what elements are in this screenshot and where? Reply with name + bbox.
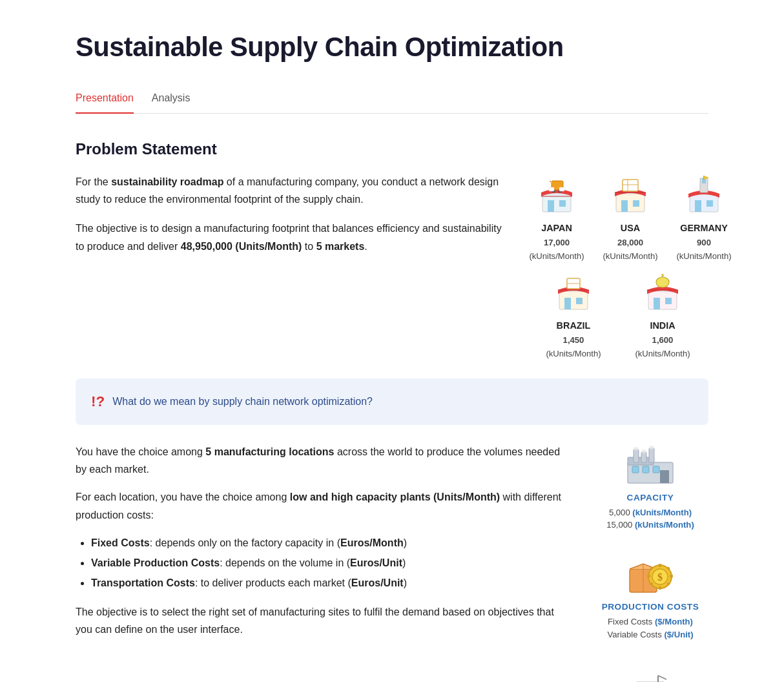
svg-rect-24 bbox=[559, 291, 588, 309]
capacity-body: 5,000 (kUnits/Month) 15,000 (kUnits/Mont… bbox=[606, 506, 694, 532]
svg-point-34 bbox=[656, 277, 669, 287]
problem-text-col: For the sustainability roadmap of a manu… bbox=[76, 173, 502, 360]
markets-grid: JAPAN 17,000 (kUnits/Month) bbox=[528, 173, 708, 360]
svg-rect-14 bbox=[623, 180, 638, 191]
capacity-title: CAPACITY bbox=[627, 491, 674, 505]
cost-item-variable: Variable Production Costs: depends on th… bbox=[91, 554, 566, 572]
svg-rect-10 bbox=[616, 194, 645, 212]
brazil-icon bbox=[552, 271, 595, 315]
svg-rect-39 bbox=[634, 450, 639, 462]
japan-icon bbox=[535, 173, 579, 217]
svg-point-36 bbox=[661, 274, 664, 276]
capacity-card: CAPACITY 5,000 (kUnits/Month) 15,000 (kU… bbox=[606, 443, 694, 532]
problem-statement-title: Problem Statement bbox=[76, 137, 708, 161]
svg-rect-11 bbox=[621, 200, 628, 212]
production-costs-title: PRODUCTION COSTS bbox=[602, 600, 699, 614]
page-title: Sustainable Supply Chain Optimization bbox=[76, 26, 708, 69]
germany-icon bbox=[682, 173, 726, 217]
svg-rect-41 bbox=[649, 448, 654, 462]
svg-rect-1 bbox=[548, 200, 554, 212]
germany-volume: 900 bbox=[697, 236, 711, 249]
svg-text:$: $ bbox=[657, 572, 663, 583]
svg-point-43 bbox=[641, 450, 646, 453]
svg-point-44 bbox=[649, 446, 654, 450]
usa-volume: 28,000 bbox=[617, 236, 643, 249]
svg-rect-30 bbox=[648, 291, 677, 309]
usa-icon bbox=[608, 173, 652, 217]
market-usa: USA 28,000 (kUnits/Month) bbox=[601, 173, 659, 263]
units-bold: 48,950,000 (Units/Month) bbox=[181, 241, 302, 252]
markets-bold: 5 markets bbox=[316, 241, 365, 252]
svg-rect-31 bbox=[654, 298, 660, 309]
svg-rect-47 bbox=[653, 466, 659, 473]
freight-costs-icon bbox=[624, 661, 676, 682]
market-japan: JAPAN 17,000 (kUnits/Month) bbox=[528, 173, 586, 263]
production-costs-card: $ PRODUCTION COSTS Fixed Costs ($/Mo bbox=[602, 552, 699, 641]
section2: You have the choice among 5 manufacturin… bbox=[76, 443, 708, 682]
svg-rect-57 bbox=[670, 575, 673, 577]
usa-name: USA bbox=[621, 221, 640, 236]
germany-unit: (kUnits/Month) bbox=[676, 249, 731, 263]
india-unit: (kUnits/Month) bbox=[635, 347, 690, 360]
svg-rect-48 bbox=[660, 470, 669, 483]
svg-rect-18 bbox=[695, 200, 701, 212]
callout-icon: !? bbox=[91, 390, 105, 413]
india-volume: 1,600 bbox=[652, 333, 674, 347]
markets-row-1: JAPAN 17,000 (kUnits/Month) bbox=[528, 173, 708, 263]
svg-rect-54 bbox=[659, 564, 661, 567]
main-layout: For the sustainability roadmap of a manu… bbox=[76, 173, 708, 360]
market-brazil: BRAZIL 1,450 (kUnits/Month) bbox=[544, 271, 603, 360]
cost-list: Fixed Costs: depends only on the factory… bbox=[91, 534, 566, 592]
svg-rect-45 bbox=[632, 466, 639, 473]
svg-rect-25 bbox=[564, 298, 571, 309]
germany-name: GERMANY bbox=[680, 221, 728, 236]
japan-unit: (kUnits/Month) bbox=[529, 249, 584, 263]
markets-col: JAPAN 17,000 (kUnits/Month) bbox=[528, 173, 708, 360]
callout-box[interactable]: !? What do we mean by supply chain netwo… bbox=[76, 378, 708, 425]
production-costs-icon: $ bbox=[624, 552, 676, 596]
callout-text: What do we mean by supply chain network … bbox=[112, 393, 373, 410]
svg-rect-2 bbox=[559, 200, 566, 207]
problem-para2: The objective is to design a manufacturi… bbox=[76, 220, 502, 254]
svg-rect-56 bbox=[647, 575, 650, 577]
svg-rect-9 bbox=[559, 187, 564, 191]
factory-icon bbox=[624, 443, 676, 487]
japan-volume: 17,000 bbox=[544, 236, 570, 249]
svg-rect-19 bbox=[707, 200, 713, 207]
section2-para2: For each location, you have the choice a… bbox=[76, 488, 566, 523]
svg-rect-17 bbox=[690, 194, 718, 212]
tabs-bar: Presentation Analysis bbox=[76, 90, 708, 114]
brazil-volume: 1,450 bbox=[563, 333, 584, 347]
svg-line-68 bbox=[658, 676, 666, 679]
japan-name: JAPAN bbox=[541, 221, 572, 236]
svg-rect-26 bbox=[576, 298, 583, 304]
freight-costs-card: FREIGHT COSTS Factory to Market bbox=[612, 661, 688, 682]
brazil-name: BRAZIL bbox=[557, 318, 591, 333]
market-germany: GERMANY 900 (kUnits/Month) bbox=[675, 173, 733, 263]
svg-rect-8 bbox=[549, 187, 554, 191]
section2-para3: The objective is to select the right set… bbox=[76, 603, 566, 638]
svg-rect-46 bbox=[643, 466, 649, 473]
markets-row-2: BRAZIL 1,450 (kUnits/Month) bbox=[528, 271, 708, 360]
section2-para1: You have the choice among 5 manufacturin… bbox=[76, 443, 566, 478]
svg-point-42 bbox=[634, 447, 639, 451]
svg-rect-32 bbox=[665, 298, 672, 304]
tab-presentation[interactable]: Presentation bbox=[76, 90, 134, 114]
tab-analysis[interactable]: Analysis bbox=[152, 90, 191, 114]
production-costs-body: Fixed Costs ($/Month) Variable Costs ($/… bbox=[607, 615, 693, 641]
usa-unit: (kUnits/Month) bbox=[603, 249, 657, 263]
problem-statement-section: Problem Statement For the sustainability… bbox=[76, 137, 708, 425]
svg-rect-55 bbox=[659, 586, 661, 590]
india-name: INDIA bbox=[650, 318, 675, 333]
section2-text: You have the choice among 5 manufacturin… bbox=[76, 443, 566, 682]
section2-cards: CAPACITY 5,000 (kUnits/Month) 15,000 (kU… bbox=[592, 443, 708, 682]
brazil-unit: (kUnits/Month) bbox=[546, 347, 601, 360]
cost-item-transport: Transportation Costs: to deliver product… bbox=[91, 574, 566, 592]
market-india: INDIA 1,600 (kUnits/Month) bbox=[634, 271, 692, 360]
svg-rect-12 bbox=[633, 200, 639, 207]
sustainability-roadmap-bold: sustainability roadmap bbox=[111, 176, 223, 187]
india-icon bbox=[641, 271, 685, 315]
cost-item-fixed: Fixed Costs: depends only on the factory… bbox=[91, 534, 566, 552]
problem-para1: For the sustainability roadmap of a manu… bbox=[76, 173, 502, 208]
svg-rect-40 bbox=[641, 452, 646, 462]
